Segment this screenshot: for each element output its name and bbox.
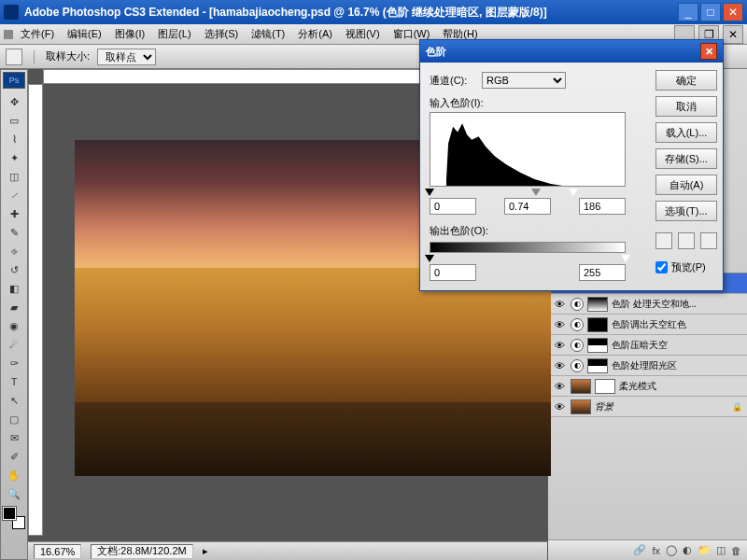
wand-tool[interactable]: ✦ (3, 148, 25, 167)
menu-image[interactable]: 图像(I) (109, 25, 150, 43)
gradient-tool[interactable]: ▰ (3, 298, 25, 316)
layer-row[interactable]: 👁柔光模式 (548, 376, 747, 397)
layer-row[interactable]: 👁◐色阶 处理天空和地... (548, 294, 747, 315)
layer-thumb (571, 379, 591, 394)
layer-name: 色阶 处理天空和地... (612, 298, 743, 311)
ps-badge-icon: Ps (3, 72, 25, 89)
lock-icon: 🔒 (732, 402, 743, 412)
auto-button[interactable]: 自动(A) (655, 175, 717, 195)
layer-mask-icon[interactable]: ◯ (666, 544, 677, 556)
heal-tool[interactable]: ✚ (3, 204, 25, 223)
link-layers-icon[interactable]: 🔗 (633, 544, 646, 556)
mask-thumb (595, 379, 615, 394)
layer-row[interactable]: 👁◐色阶压暗天空 (548, 335, 747, 356)
notes-tool[interactable]: ✉ (3, 428, 25, 447)
eyedropper-tool-preset-icon[interactable] (6, 49, 22, 65)
input-black-field[interactable] (430, 198, 476, 215)
white-eyedropper-icon[interactable] (700, 232, 717, 249)
layer-row[interactable]: 👁◐色阶处理阳光区 (548, 356, 747, 376)
channel-select[interactable]: RGB (482, 72, 566, 89)
gray-eyedropper-icon[interactable] (678, 232, 695, 249)
menu-view[interactable]: 视图(V) (340, 25, 386, 43)
gamma-slider[interactable] (531, 189, 541, 196)
close-button[interactable]: ✕ (723, 3, 743, 21)
load-button[interactable]: 载入(L)... (655, 122, 717, 143)
input-gamma-field[interactable] (504, 198, 551, 215)
out-black-slider[interactable] (425, 255, 434, 262)
cancel-button[interactable]: 取消 (655, 96, 717, 117)
adjustment-icon: ◐ (571, 339, 584, 352)
visibility-icon[interactable]: 👁 (552, 381, 567, 392)
input-slider-track[interactable] (430, 189, 626, 194)
maximize-button[interactable]: □ (700, 3, 721, 21)
color-swatches[interactable] (3, 507, 25, 529)
slice-tool[interactable]: ⟋ (3, 186, 25, 204)
dodge-tool[interactable]: ☄ (3, 335, 25, 354)
output-black-field[interactable] (430, 264, 476, 281)
trash-icon[interactable]: 🗑 (731, 545, 741, 556)
input-levels-label: 输入色阶(I): (430, 96, 641, 110)
zoom-readout[interactable]: 16.67% (34, 544, 81, 559)
menu-analysis[interactable]: 分析(A) (292, 25, 338, 43)
marquee-tool[interactable]: ▭ (3, 111, 25, 130)
options-button[interactable]: 选项(T)... (655, 201, 717, 221)
hand-tool[interactable]: ✋ (3, 466, 25, 484)
brush-tool[interactable]: ✎ (3, 223, 25, 242)
layer-row[interactable]: 👁◐色阶调出天空红色 (548, 315, 747, 335)
layer-row[interactable]: 👁背景🔒 (548, 397, 747, 417)
doc-close-button[interactable]: ✕ (723, 25, 743, 44)
menu-filter[interactable]: 滤镜(T) (246, 25, 290, 43)
visibility-icon[interactable]: 👁 (552, 401, 567, 413)
visibility-icon[interactable]: 👁 (552, 340, 567, 351)
foreground-swatch[interactable] (3, 507, 16, 520)
output-white-field[interactable] (579, 264, 626, 281)
dialog-titlebar[interactable]: 色阶 ✕ (420, 40, 723, 63)
status-chevron-icon[interactable]: ▸ (203, 545, 208, 557)
layer-style-icon[interactable]: fx (652, 545, 660, 556)
mask-thumb (587, 338, 608, 353)
stamp-tool[interactable]: ⎆ (3, 242, 25, 260)
new-layer-icon[interactable]: ◫ (716, 544, 726, 556)
crop-tool[interactable]: ◫ (3, 167, 25, 186)
pen-tool[interactable]: ✑ (3, 354, 25, 372)
minimize-button[interactable]: _ (678, 3, 698, 21)
save-button[interactable]: 存储(S)... (655, 148, 717, 169)
black-point-slider[interactable] (425, 189, 434, 196)
eraser-tool[interactable]: ◧ (3, 279, 25, 298)
input-white-field[interactable] (579, 198, 626, 215)
menu-layer[interactable]: 图层(L) (152, 25, 196, 43)
visibility-icon[interactable]: 👁 (552, 319, 567, 330)
preview-check[interactable] (655, 261, 668, 273)
visibility-icon[interactable]: 👁 (552, 360, 567, 371)
adjustment-layer-icon[interactable]: ◐ (683, 544, 692, 556)
black-eyedropper-icon[interactable] (655, 232, 672, 249)
adjustment-icon: ◐ (571, 318, 584, 331)
sample-size-label: 取样大小: (46, 49, 90, 63)
window-titlebar: Adobe Photoshop CS3 Extended - [hamabaji… (0, 0, 747, 24)
move-tool[interactable]: ✥ (3, 92, 25, 111)
out-white-slider[interactable] (621, 255, 630, 262)
blur-tool[interactable]: ◉ (3, 316, 25, 335)
preview-label: 预览(P) (671, 260, 706, 274)
preview-checkbox[interactable]: 预览(P) (655, 260, 717, 274)
zoom-tool[interactable]: 🔍 (3, 484, 25, 503)
menu-select[interactable]: 选择(S) (199, 25, 245, 43)
lasso-tool[interactable]: ⌇ (3, 130, 25, 148)
dialog-close-button[interactable]: ✕ (700, 43, 717, 60)
output-gradient (430, 242, 626, 253)
output-slider-track[interactable] (430, 255, 626, 260)
white-point-slider[interactable] (569, 189, 578, 196)
path-tool[interactable]: ↖ (3, 391, 25, 410)
visibility-icon[interactable]: 👁 (552, 299, 567, 310)
history-brush-tool[interactable]: ↺ (3, 260, 25, 279)
mask-thumb (587, 317, 608, 332)
separator (34, 50, 35, 63)
type-tool[interactable]: T (3, 372, 25, 391)
ok-button[interactable]: 确定 (655, 70, 717, 91)
group-icon[interactable]: 📁 (698, 544, 711, 556)
eyedropper-tool[interactable]: ✐ (3, 447, 25, 466)
sample-size-select[interactable]: 取样点 (97, 49, 156, 65)
shape-tool[interactable]: ▢ (3, 410, 25, 428)
menu-file[interactable]: 文件(F) (15, 25, 60, 43)
menu-edit[interactable]: 编辑(E) (62, 25, 107, 43)
